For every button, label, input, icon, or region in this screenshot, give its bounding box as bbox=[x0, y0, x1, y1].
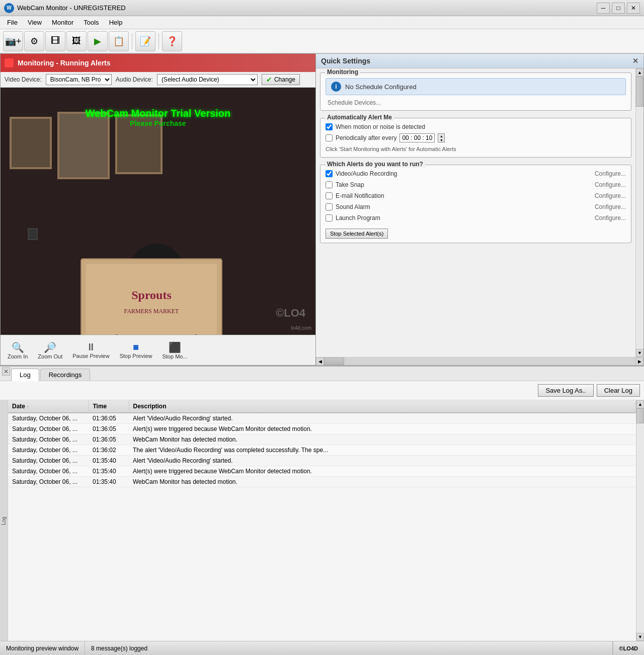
periodic-time-input[interactable] bbox=[399, 133, 435, 142]
sound-configure-link[interactable]: Configure... bbox=[595, 203, 626, 210]
menu-help[interactable]: Help bbox=[104, 18, 128, 27]
stop-selected-alerts-button[interactable]: Stop Selected Alert(s) bbox=[326, 229, 388, 239]
stop-preview-button[interactable]: ■ Stop Preview bbox=[117, 339, 155, 361]
change-device-button[interactable]: ✔ Change bbox=[262, 74, 300, 85]
menu-bar: File View Monitor Tools Help bbox=[0, 16, 644, 29]
spin-down[interactable]: ▼ bbox=[438, 138, 444, 142]
periodic-checkbox[interactable] bbox=[326, 134, 333, 141]
info-icon: i bbox=[331, 82, 341, 92]
log-scroll-up[interactable]: ▲ bbox=[636, 400, 644, 408]
main-area: Monitoring - Running Alerts Video Device… bbox=[0, 53, 644, 641]
stop-monitoring-label: Stop Mo... bbox=[162, 353, 187, 359]
pause-preview-button[interactable]: ⏸ Pause Preview bbox=[69, 339, 112, 361]
log-cell-desc: WebCam Monitor has detected motion. bbox=[129, 434, 636, 445]
which-alerts-group: Which Alerts do you want to run? Video/A… bbox=[320, 165, 631, 243]
clipboard-icon: 📋 bbox=[113, 36, 124, 47]
log-cell-date: Saturday, October 06, ... bbox=[8, 424, 89, 434]
status-preview: Monitoring preview window bbox=[0, 641, 85, 655]
audio-device-label: Audio Device: bbox=[116, 76, 153, 83]
play-button[interactable]: ▶ bbox=[88, 31, 108, 51]
alert-row-sound: Sound Alarm Configure... bbox=[326, 203, 626, 210]
auto-alert-group: Automatically Alert Me When motion or no… bbox=[320, 118, 631, 158]
qs-scroll-area[interactable]: Monitoring i No Schedule Configured Sche… bbox=[316, 68, 635, 357]
log-row: Saturday, October 06, ... 01:36:05 Alert… bbox=[8, 413, 636, 424]
qs-hscroll-right[interactable]: ▶ bbox=[635, 357, 643, 366]
top-split: Monitoring - Running Alerts Video Device… bbox=[0, 53, 644, 366]
settings-button[interactable]: ⚙ bbox=[24, 31, 44, 51]
log-content: Date ↕ Time Description Sa bbox=[8, 400, 636, 641]
log-cell-time: 01:35:40 bbox=[89, 466, 129, 477]
log-scroll-thumb[interactable] bbox=[636, 408, 644, 423]
launch-alert-checkbox[interactable] bbox=[326, 214, 333, 222]
clear-log-button[interactable]: Clear Log bbox=[597, 384, 640, 397]
clipboard-button[interactable]: 📋 bbox=[109, 31, 129, 51]
video-configure-link[interactable]: Configure... bbox=[595, 170, 626, 177]
log-cell-date: Saturday, October 06, ... bbox=[8, 477, 89, 487]
log-scroll-down[interactable]: ▼ bbox=[636, 633, 644, 641]
email-configure-link[interactable]: Configure... bbox=[595, 192, 626, 199]
snap-configure-link[interactable]: Configure... bbox=[595, 181, 626, 188]
video-device-select[interactable]: BisonCam, NB Pro bbox=[46, 74, 112, 85]
image-button[interactable]: 🖼 bbox=[66, 31, 87, 51]
bottom-area: ✕ Log Recordings Save Log As.. Clear Log… bbox=[0, 366, 644, 641]
svg-text:Sprouts: Sprouts bbox=[131, 288, 172, 302]
audio-device-select[interactable]: (Select Audio Device) bbox=[157, 74, 258, 85]
qs-hscroll: ◀ ▶ bbox=[316, 357, 643, 365]
motion-checkbox[interactable] bbox=[326, 123, 333, 130]
tab-log[interactable]: Log bbox=[11, 369, 39, 381]
schedule-devices-link[interactable]: Schedule Devices... bbox=[328, 99, 381, 106]
maximize-button[interactable]: □ bbox=[612, 3, 625, 14]
log-scroll-track bbox=[636, 408, 644, 633]
tab-recordings[interactable]: Recordings bbox=[40, 369, 91, 381]
monitoring-info-box: i No Schedule Configured bbox=[326, 78, 626, 95]
sound-alert-checkbox[interactable] bbox=[326, 203, 333, 210]
video-device-label: Video Device: bbox=[5, 76, 42, 83]
qs-header: Quick Settings ✕ bbox=[316, 54, 643, 68]
which-alerts-label: Which Alerts do you want to run? bbox=[325, 161, 425, 168]
video-alert-checkbox[interactable] bbox=[326, 170, 333, 177]
log-cell-time: 01:35:40 bbox=[89, 456, 129, 466]
stop-preview-icon: ■ bbox=[133, 341, 139, 353]
save-log-button[interactable]: Save Log As.. bbox=[538, 384, 593, 397]
minimize-button[interactable]: ─ bbox=[597, 3, 610, 14]
snap-alert-checkbox[interactable] bbox=[326, 181, 333, 188]
menu-tools[interactable]: Tools bbox=[78, 18, 104, 27]
menu-view[interactable]: View bbox=[23, 18, 47, 27]
qs-hscroll-thumb[interactable] bbox=[324, 357, 344, 365]
help-button[interactable]: ❓ bbox=[162, 31, 182, 51]
time-spinner[interactable]: ▲ ▼ bbox=[438, 133, 445, 142]
side-label-area: Log bbox=[0, 400, 8, 641]
log-toolbar: Save Log As.. Clear Log bbox=[0, 381, 644, 400]
config-button[interactable]: 📝 bbox=[135, 31, 155, 51]
motion-alert-row: When motion or noise is detected bbox=[326, 123, 626, 130]
device-row: Video Device: BisonCam, NB Pro Audio Dev… bbox=[1, 72, 315, 88]
launch-alert-label: Launch Program bbox=[336, 214, 592, 222]
stop-monitoring-button[interactable]: ⬛ Stop Mo... bbox=[159, 339, 190, 361]
menu-file[interactable]: File bbox=[2, 18, 23, 27]
film-button[interactable]: 🎞 bbox=[45, 31, 65, 51]
email-alert-checkbox[interactable] bbox=[326, 192, 333, 199]
launch-configure-link[interactable]: Configure... bbox=[595, 214, 626, 222]
settings-icon: ⚙ bbox=[30, 36, 38, 47]
menu-monitor[interactable]: Monitor bbox=[47, 18, 78, 27]
qs-scroll-up[interactable]: ▲ bbox=[636, 68, 643, 77]
log-cell-time: 01:35:40 bbox=[89, 477, 129, 487]
add-camera-icon: 📷+ bbox=[5, 36, 22, 47]
log-cell-time: 01:36:05 bbox=[89, 434, 129, 445]
alert-row-launch: Launch Program Configure... bbox=[326, 214, 626, 222]
zoom-out-button[interactable]: 🔎 Zoom Out bbox=[35, 339, 65, 361]
status-preview-text: Monitoring preview window bbox=[6, 645, 78, 652]
log-table-header: Date ↕ Time Description bbox=[8, 400, 636, 413]
qs-scroll-down[interactable]: ▼ bbox=[636, 349, 643, 357]
periodic-label: Periodically after every bbox=[336, 134, 396, 141]
col-time: Time bbox=[89, 400, 129, 413]
spin-up[interactable]: ▲ bbox=[438, 134, 444, 138]
qs-hscroll-left[interactable]: ◀ bbox=[316, 357, 324, 366]
log-row: Saturday, October 06, ... 01:35:40 Alert… bbox=[8, 466, 636, 477]
add-camera-button[interactable]: 📷+ bbox=[3, 31, 23, 51]
qs-scroll-thumb[interactable] bbox=[636, 77, 643, 107]
close-bottom-panel-button[interactable]: ✕ bbox=[2, 368, 10, 376]
close-button[interactable]: ✕ bbox=[627, 3, 640, 14]
zoom-in-button[interactable]: 🔍 Zoom In bbox=[5, 339, 31, 361]
qs-close-button[interactable]: ✕ bbox=[632, 57, 638, 65]
